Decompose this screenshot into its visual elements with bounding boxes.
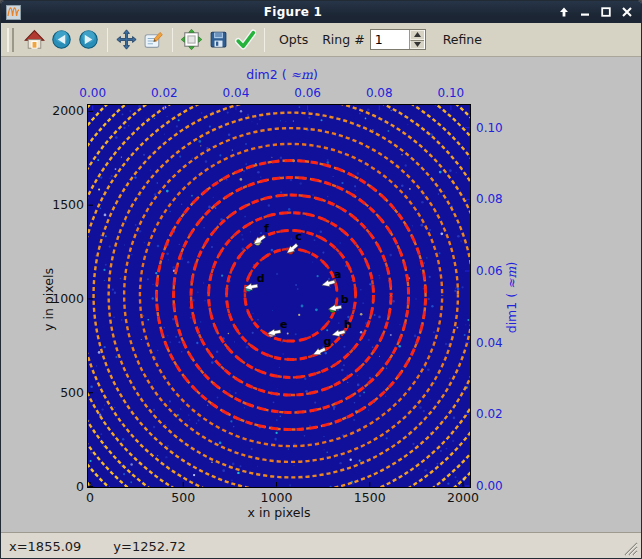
maximize-icon xyxy=(600,6,612,18)
toolbar-separator xyxy=(264,28,265,52)
maximize-button[interactable] xyxy=(599,5,613,19)
forward-button[interactable] xyxy=(75,26,102,53)
y-tick-label: 2000 xyxy=(40,103,84,118)
spin-up-button[interactable] xyxy=(410,30,424,40)
control-point-label: h xyxy=(344,318,352,331)
minimize-icon xyxy=(579,6,591,18)
right-tick-label: 0.08 xyxy=(476,192,520,206)
bottom-axis-label: x in pixels xyxy=(179,505,379,520)
x-tick-label: 1000 xyxy=(255,490,299,505)
edit-button[interactable] xyxy=(140,26,167,53)
y-tick-label: 1500 xyxy=(40,197,84,212)
ring-number-input[interactable] xyxy=(371,30,409,49)
titlebar: Figure 1 xyxy=(1,1,641,23)
statusbar: x=1855.09 y=1252.72 xyxy=(1,532,641,559)
y-tick-label: 500 xyxy=(40,385,84,400)
back-button[interactable] xyxy=(48,26,75,53)
control-point-label: f xyxy=(264,222,269,235)
right-tick-label: 0.00 xyxy=(476,479,520,493)
close-icon xyxy=(621,6,633,18)
apply-button[interactable] xyxy=(232,26,259,53)
edit-icon xyxy=(143,29,164,50)
chevron-up-icon xyxy=(414,32,421,37)
top-tick-label: 0.08 xyxy=(357,86,401,100)
top-tick-label: 0.02 xyxy=(142,86,186,100)
top-tick-label: 0.04 xyxy=(214,86,258,100)
minimize-button[interactable] xyxy=(578,5,592,19)
configure-subplots-button[interactable] xyxy=(178,26,205,53)
top-axis-label: dim2 ( ≈m) xyxy=(182,67,382,82)
spin-down-button[interactable] xyxy=(410,40,424,50)
figure-window: Figure 1 xyxy=(0,0,642,559)
shade-button[interactable] xyxy=(557,5,571,19)
refine-button[interactable]: Refine xyxy=(440,32,485,47)
arrow-up-icon xyxy=(558,6,570,18)
control-point-label: d xyxy=(257,272,265,285)
configure-subplots-icon xyxy=(181,29,202,50)
right-tick-label: 0.10 xyxy=(476,121,520,135)
back-icon xyxy=(51,29,72,50)
figure-canvas: abcdefgh dim2 ( ≈m) x in pixels y in pix… xyxy=(1,57,641,532)
right-tick-label: 0.04 xyxy=(476,336,520,350)
pan-icon xyxy=(116,29,137,50)
forward-icon xyxy=(78,29,99,50)
top-tick-label: 0.06 xyxy=(286,86,330,100)
window-title: Figure 1 xyxy=(1,5,585,19)
y-tick-label: 0 xyxy=(40,479,84,494)
right-tick-label: 0.06 xyxy=(476,264,520,278)
resize-grip[interactable] xyxy=(623,541,638,556)
x-tick-label: 1500 xyxy=(348,490,392,505)
control-point-label: c xyxy=(295,230,302,243)
close-button[interactable] xyxy=(620,5,634,19)
top-tick-label: 0.00 xyxy=(71,86,115,100)
control-point-label: a xyxy=(334,268,341,281)
top-tick-label: 0.10 xyxy=(429,86,473,100)
toolbar-separator xyxy=(172,28,173,52)
opts-button[interactable]: Opts xyxy=(276,32,311,47)
save-icon xyxy=(208,29,229,50)
home-button[interactable] xyxy=(21,26,48,53)
ring-number-label: Ring # xyxy=(319,32,367,47)
save-button[interactable] xyxy=(205,26,232,53)
check-icon xyxy=(235,29,256,50)
diffraction-image[interactable]: abcdefgh xyxy=(88,105,470,487)
toolbar: Opts Ring # Refine xyxy=(1,23,641,57)
ring-number-spinbox xyxy=(370,29,426,50)
control-point-label: e xyxy=(280,318,287,331)
control-point-label: b xyxy=(341,293,349,306)
x-tick-label: 500 xyxy=(161,490,205,505)
chevron-down-icon xyxy=(414,42,421,47)
pan-button[interactable] xyxy=(113,26,140,53)
right-tick-label: 0.02 xyxy=(476,407,520,421)
window-controls xyxy=(557,1,634,23)
toolbar-separator xyxy=(107,28,108,52)
home-icon xyxy=(24,29,45,50)
y-tick-label: 1000 xyxy=(40,291,84,306)
cursor-y-readout: y=1252.72 xyxy=(113,539,185,554)
cursor-x-readout: x=1855.09 xyxy=(9,539,81,554)
control-point-label: g xyxy=(324,335,332,348)
toolbar-grip[interactable] xyxy=(7,28,14,52)
